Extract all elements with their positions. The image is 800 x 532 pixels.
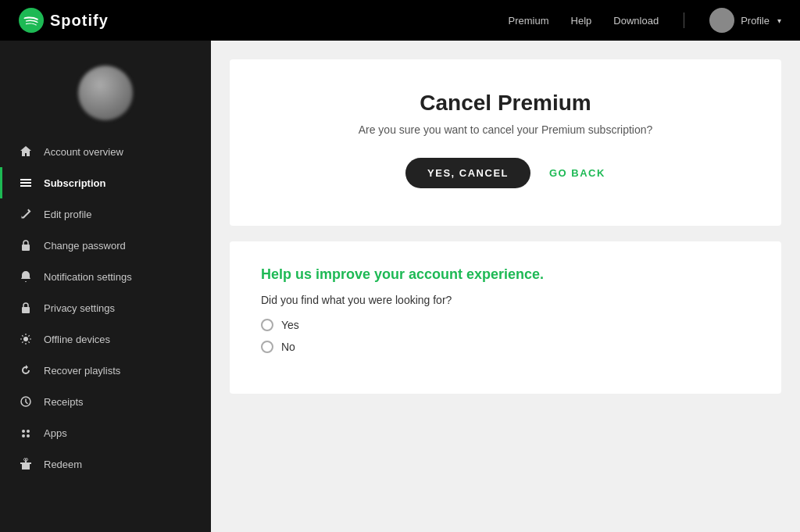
sidebar-item-label: Account overview — [44, 146, 123, 158]
yes-cancel-button[interactable]: YES, CANCEL — [405, 158, 530, 188]
list-icon — [19, 176, 33, 190]
sidebar-item-privacy-settings[interactable]: Privacy settings — [0, 292, 211, 323]
clock-icon — [19, 395, 33, 409]
chevron-down-icon: ▾ — [777, 16, 781, 25]
radio-no[interactable] — [261, 341, 273, 353]
logo-area[interactable]: Spotify — [19, 8, 109, 33]
nav-premium[interactable]: Premium — [509, 15, 549, 27]
spotify-icon — [19, 8, 44, 33]
sidebar-item-label: Change password — [44, 240, 126, 252]
lock2-icon — [19, 301, 33, 315]
sidebar-item-label: Apps — [44, 427, 67, 439]
svg-rect-4 — [22, 245, 30, 251]
top-navigation: Spotify Premium Help Download Profile ▾ — [0, 0, 800, 41]
sidebar-item-redeem[interactable]: Redeem — [0, 448, 211, 480]
sidebar-item-edit-profile[interactable]: Edit profile — [0, 198, 211, 230]
sidebar: Account overview Subscription Edit profi… — [0, 41, 211, 532]
nav-download[interactable]: Download — [613, 15, 659, 27]
survey-option-no-label: No — [281, 341, 295, 353]
avatar — [709, 8, 734, 33]
sidebar-item-label: Subscription — [44, 177, 105, 189]
sidebar-item-account-overview[interactable]: Account overview — [0, 136, 211, 167]
sidebar-item-subscription[interactable]: Subscription — [0, 167, 211, 198]
devices-icon — [19, 332, 33, 346]
radio-yes[interactable] — [261, 319, 273, 331]
sidebar-item-label: Privacy settings — [44, 302, 115, 314]
cancel-premium-card: Cancel Premium Are you sure you want to … — [230, 59, 781, 226]
survey-option-no[interactable]: No — [261, 341, 750, 353]
svg-rect-3 — [20, 185, 31, 187]
sidebar-item-label: Redeem — [44, 459, 82, 470]
sidebar-item-label: Offline devices — [44, 334, 110, 345]
nav-links: Premium Help Download Profile ▾ — [509, 8, 781, 33]
apps-icon — [19, 426, 33, 440]
svg-rect-2 — [20, 182, 31, 184]
home-icon — [19, 145, 33, 159]
survey-option-yes-label: Yes — [281, 319, 299, 331]
sidebar-item-label: Notification settings — [44, 271, 132, 283]
sidebar-items-list: Account overview Subscription Edit profi… — [0, 136, 211, 480]
svg-rect-5 — [22, 307, 30, 313]
bell-icon — [19, 270, 33, 284]
cancel-card-subtitle: Are you sure you want to cancel your Pre… — [359, 123, 653, 136]
cancel-card-title: Cancel Premium — [420, 91, 591, 116]
main-layout: Account overview Subscription Edit profi… — [0, 41, 800, 532]
sidebar-avatar — [78, 66, 133, 120]
sidebar-item-notification-settings[interactable]: Notification settings — [0, 261, 211, 292]
pencil-icon — [19, 207, 33, 221]
go-back-button[interactable]: GO BACK — [549, 167, 605, 179]
cancel-card-buttons: YES, CANCEL GO BACK — [405, 158, 605, 188]
survey-option-yes[interactable]: Yes — [261, 319, 750, 331]
sidebar-item-label: Receipts — [44, 396, 84, 408]
sidebar-avatar-section — [0, 53, 211, 136]
survey-question: Did you find what you were looking for? — [261, 294, 750, 306]
recover-icon — [19, 363, 33, 377]
svg-rect-1 — [20, 179, 31, 180]
sidebar-item-apps[interactable]: Apps — [0, 417, 211, 448]
gift-icon — [19, 457, 33, 471]
svg-rect-8 — [20, 462, 31, 464]
brand-name: Spotify — [50, 12, 109, 30]
profile-menu[interactable]: Profile ▾ — [709, 8, 781, 33]
sidebar-item-label: Edit profile — [44, 209, 91, 220]
lock-icon — [19, 238, 33, 252]
sidebar-item-offline-devices[interactable]: Offline devices — [0, 323, 211, 355]
sidebar-item-recover-playlists[interactable]: Recover playlists — [0, 355, 211, 386]
svg-rect-9 — [22, 464, 30, 470]
content-area: Cancel Premium Are you sure you want to … — [211, 41, 800, 532]
svg-point-6 — [23, 337, 28, 341]
sidebar-item-label: Recover playlists — [44, 365, 120, 377]
survey-title: Help us improve your account experience. — [261, 266, 750, 283]
sidebar-item-change-password[interactable]: Change password — [0, 230, 211, 261]
profile-label: Profile — [741, 15, 770, 27]
sidebar-item-receipts[interactable]: Receipts — [0, 386, 211, 417]
nav-help[interactable]: Help — [571, 15, 592, 27]
nav-divider — [684, 12, 684, 28]
survey-card: Help us improve your account experience.… — [230, 241, 781, 394]
